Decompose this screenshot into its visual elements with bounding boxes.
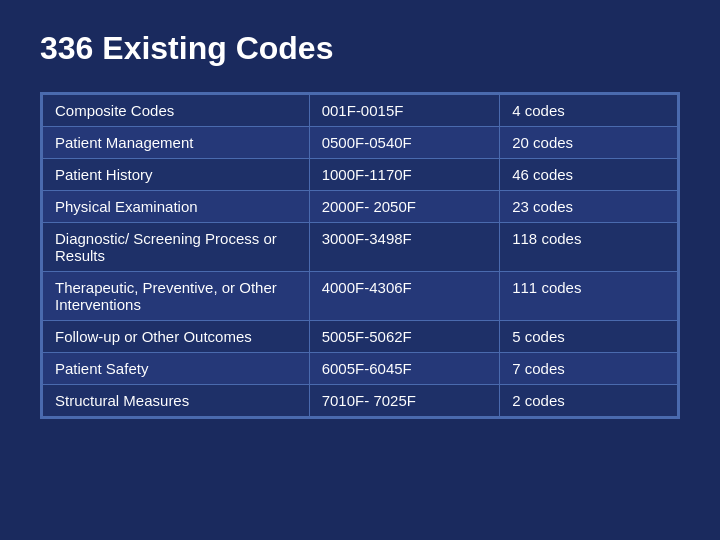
table-row: Follow-up or Other Outcomes5005F-5062F5 …	[43, 321, 678, 353]
row-range: 6005F-6045F	[309, 353, 500, 385]
row-label: Physical Examination	[43, 191, 310, 223]
table-row: Patient History1000F-1170F46 codes	[43, 159, 678, 191]
row-count: 23 codes	[500, 191, 678, 223]
table-row: Patient Management0500F-0540F20 codes	[43, 127, 678, 159]
row-count: 20 codes	[500, 127, 678, 159]
row-count: 111 codes	[500, 272, 678, 321]
row-count: 118 codes	[500, 223, 678, 272]
row-range: 7010F- 7025F	[309, 385, 500, 417]
row-label: Patient Management	[43, 127, 310, 159]
row-count: 4 codes	[500, 95, 678, 127]
row-range: 3000F-3498F	[309, 223, 500, 272]
codes-table-container: Composite Codes001F-0015F4 codesPatient …	[40, 92, 680, 419]
row-range: 0500F-0540F	[309, 127, 500, 159]
row-label: Patient Safety	[43, 353, 310, 385]
row-range: 001F-0015F	[309, 95, 500, 127]
table-row: Physical Examination2000F- 2050F23 codes	[43, 191, 678, 223]
row-label: Structural Measures	[43, 385, 310, 417]
page-container: 336 Existing Codes Composite Codes001F-0…	[0, 0, 720, 540]
row-range: 2000F- 2050F	[309, 191, 500, 223]
row-label: Diagnostic/ Screening Process or Results	[43, 223, 310, 272]
table-row: Structural Measures7010F- 7025F2 codes	[43, 385, 678, 417]
row-label: Patient History	[43, 159, 310, 191]
page-title: 336 Existing Codes	[40, 30, 680, 67]
table-row: Therapeutic, Preventive, or Other Interv…	[43, 272, 678, 321]
row-label: Composite Codes	[43, 95, 310, 127]
row-range: 1000F-1170F	[309, 159, 500, 191]
table-row: Patient Safety6005F-6045F7 codes	[43, 353, 678, 385]
row-range: 4000F-4306F	[309, 272, 500, 321]
row-range: 5005F-5062F	[309, 321, 500, 353]
table-row: Composite Codes001F-0015F4 codes	[43, 95, 678, 127]
row-count: 7 codes	[500, 353, 678, 385]
row-count: 46 codes	[500, 159, 678, 191]
row-label: Therapeutic, Preventive, or Other Interv…	[43, 272, 310, 321]
row-count: 2 codes	[500, 385, 678, 417]
row-count: 5 codes	[500, 321, 678, 353]
table-row: Diagnostic/ Screening Process or Results…	[43, 223, 678, 272]
codes-table: Composite Codes001F-0015F4 codesPatient …	[42, 94, 678, 417]
row-label: Follow-up or Other Outcomes	[43, 321, 310, 353]
